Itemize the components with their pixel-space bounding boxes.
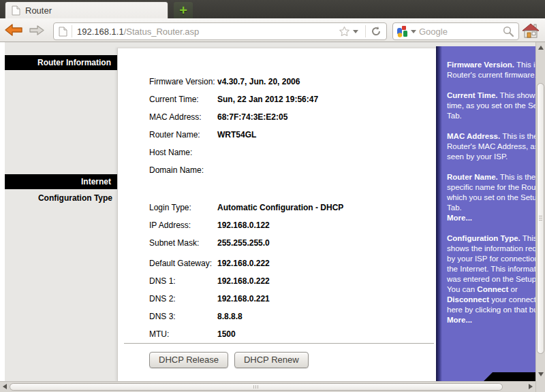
status-row: Login Type:Automatic Configuration - DHC… (149, 199, 435, 216)
more-link[interactable]: More... (447, 214, 472, 222)
status-row: DNS 1:192.168.0.222 (149, 272, 435, 290)
help-term: Router Name. (447, 173, 498, 181)
row-value: 68:7F:74:3E:E2:05 (217, 112, 287, 122)
row-value: 192.168.0.122 (217, 220, 270, 230)
status-row: MAC Address:68:7F:74:3E:E2:05 (149, 108, 435, 126)
horizontal-scrollbar[interactable] (0, 381, 535, 392)
url-bar[interactable]: 192.168.1.1/Status_Router.asp (53, 22, 387, 40)
google-logo-icon (397, 26, 408, 37)
site-page-icon (59, 27, 67, 37)
help-section: Router Name. This is the specific name f… (447, 172, 535, 223)
reload-icon[interactable] (371, 26, 382, 37)
urlbar-divider2 (365, 25, 366, 37)
help-term: MAC Address. (447, 132, 500, 140)
row-label: DNS 3: (149, 312, 217, 321)
back-arrow-icon (4, 23, 23, 37)
row-label: Domain Name: (149, 165, 217, 175)
row-value: 8.8.8.8 (217, 312, 243, 321)
dhcp-button-row: DHCP ReleaseDHCP Renew (149, 352, 309, 368)
search-bar[interactable] (392, 22, 519, 40)
back-button[interactable] (4, 23, 23, 39)
scrollbar-corner (535, 380, 545, 392)
help-term: Current Time. (447, 91, 498, 99)
row-value: Sun, 22 Jan 2012 19:56:47 (217, 95, 318, 104)
home-button[interactable] (522, 23, 540, 40)
bookmark-dropdown-caret[interactable] (353, 30, 358, 33)
section-header-internet: Internet (5, 174, 117, 189)
row-label: Firmware Version: (149, 77, 217, 86)
status-row: Domain Name: (149, 161, 435, 179)
row-label: DNS 2: (149, 294, 217, 304)
scroll-left-arrow[interactable] (3, 384, 7, 389)
section-header-router-information: Router Information (5, 55, 117, 70)
horizontal-scrollbar-thumb[interactable] (10, 383, 503, 391)
row-value: 255.255.255.0 (217, 238, 270, 248)
row-value: v4.30.7, Jun. 20, 2006 (217, 77, 300, 86)
new-tab-button[interactable]: + (174, 2, 193, 18)
page-viewport: Router Information Internet Configuratio… (0, 42, 545, 381)
internet-rows: Login Type:Automatic Configuration - DHC… (149, 199, 435, 343)
status-row: DNS 3:8.8.8.8 (149, 308, 435, 325)
dhcp-release-button[interactable]: DHCP Release (149, 352, 228, 368)
row-value: 192.168.0.222 (217, 276, 270, 286)
help-section: MAC Address. This is the Router's MAC Ad… (447, 131, 535, 162)
search-input[interactable] (419, 27, 503, 37)
thumb-grip (539, 216, 542, 221)
forward-button[interactable] (29, 24, 45, 38)
browser-window: Router + 192.168.1.1/Status_Router.asp (0, 0, 545, 392)
row-value: 192.168.0.221 (217, 294, 270, 304)
row-label: IP Address: (149, 220, 217, 230)
status-row: Host Name: (149, 144, 435, 161)
help-bold-word: Disconnect (447, 295, 489, 304)
help-panel-edge (436, 46, 442, 381)
tab-title: Router (25, 5, 52, 16)
plus-icon: + (179, 4, 187, 16)
status-row: Current Time:Sun, 22 Jan 2012 19:56:47 (149, 91, 435, 108)
page-icon (12, 5, 20, 16)
help-text: Firmware Version. This is the Router's c… (447, 60, 535, 336)
status-row: Router Name:WRT54GL (149, 126, 435, 144)
dhcp-renew-button[interactable]: DHCP Renew (234, 352, 309, 368)
help-term: Firmware Version. (447, 61, 514, 69)
bookmark-star-icon[interactable] (339, 26, 350, 37)
status-content-panel: Firmware Version:v4.30.7, Jun. 20, 2006C… (117, 48, 439, 381)
search-engine-caret[interactable] (411, 30, 416, 33)
scroll-right-arrow[interactable] (529, 384, 533, 389)
status-row: IP Address:192.168.0.122 (149, 216, 435, 234)
help-section: Current Time. This shows the time, as yo… (447, 91, 535, 121)
vertical-scrollbar-thumb[interactable] (537, 83, 544, 354)
help-section: Firmware Version. This is the Router's c… (447, 60, 535, 80)
row-value: 192.168.0.222 (217, 259, 270, 268)
row-label: MTU: (149, 329, 217, 339)
url-path: /Status_Router.asp (124, 27, 200, 37)
help-section: Configuration Type. This shows the infor… (447, 233, 535, 325)
forward-arrow-icon (29, 24, 45, 36)
more-link[interactable]: More... (447, 316, 472, 324)
url-host: 192.168.1.1 (77, 27, 124, 37)
navigation-toolbar: 192.168.1.1/Status_Router.asp (0, 18, 545, 42)
tab-bar: Router + (0, 0, 545, 18)
config-type-label: Configuration Type (5, 193, 112, 203)
thumb-grip (253, 385, 259, 389)
row-label: DNS 1: (149, 276, 217, 286)
router-information-rows: Firmware Version:v4.30.7, Jun. 20, 2006C… (149, 73, 435, 179)
content-separator (124, 343, 434, 344)
row-value: Automatic Configuration - DHCP (217, 203, 343, 212)
vertical-scrollbar[interactable] (535, 42, 545, 380)
row-label: Router Name: (149, 130, 217, 140)
status-row: Firmware Version:v4.30.7, Jun. 20, 2006 (149, 73, 435, 91)
scroll-up-arrow[interactable] (538, 46, 544, 50)
status-row: DNS 2:192.168.0.221 (149, 290, 435, 308)
status-row: Subnet Mask:255.255.255.0 (149, 234, 435, 252)
scroll-down-arrow[interactable] (538, 372, 544, 376)
search-magnifier-icon[interactable] (503, 26, 514, 37)
status-row: MTU:1500 (149, 325, 435, 343)
home-icon (522, 23, 540, 38)
browser-tab[interactable]: Router (5, 1, 168, 18)
row-value: WRT54GL (217, 130, 256, 140)
status-row: Default Gateway:192.168.0.222 (149, 255, 435, 272)
row-label: MAC Address: (149, 112, 217, 122)
help-panel: Firmware Version. This is the Router's c… (436, 46, 535, 381)
row-label: Subnet Mask: (149, 238, 217, 248)
row-label: Default Gateway: (149, 259, 217, 268)
